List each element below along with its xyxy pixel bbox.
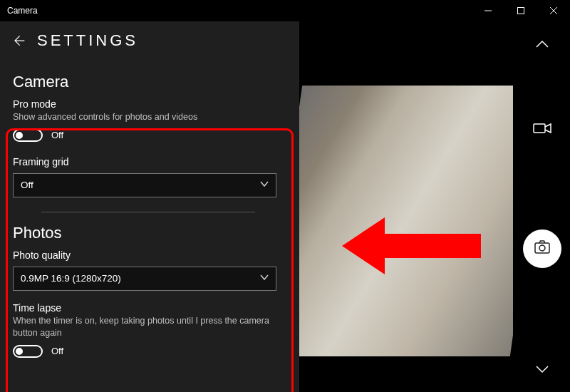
camera-preview bbox=[299, 21, 514, 392]
pro-mode-state: Off bbox=[51, 130, 63, 140]
pro-mode-toggle[interactable] bbox=[13, 129, 43, 142]
minimize-button[interactable] bbox=[472, 0, 504, 21]
pro-mode-desc: Show advanced controls for photos and vi… bbox=[13, 111, 276, 123]
pro-mode-label: Pro mode bbox=[13, 98, 286, 110]
chevron-down-icon[interactable] bbox=[532, 359, 552, 379]
section-camera-heading: Camera bbox=[13, 73, 286, 91]
svg-point-3 bbox=[539, 245, 545, 251]
photo-quality-label: Photo quality bbox=[13, 249, 286, 261]
chevron-up-icon[interactable] bbox=[532, 34, 552, 54]
app-body: SETTINGS Camera Pro mode Show advanced c… bbox=[0, 21, 570, 392]
time-lapse-desc: When the timer is on, keep taking photos… bbox=[13, 315, 276, 339]
settings-pane: SETTINGS Camera Pro mode Show advanced c… bbox=[0, 21, 299, 392]
photo-quality-dropdown[interactable]: 0.9MP 16:9 (1280x720) bbox=[13, 267, 276, 291]
framing-grid-value: Off bbox=[21, 180, 33, 190]
window-controls bbox=[472, 0, 570, 21]
shutter-button[interactable] bbox=[523, 229, 561, 268]
pro-mode-toggle-row: Off bbox=[13, 129, 286, 142]
app-title: Camera bbox=[0, 6, 38, 16]
framing-grid-label: Framing grid bbox=[13, 156, 286, 167]
settings-title: SETTINGS bbox=[37, 31, 138, 50]
time-lapse-label: Time lapse bbox=[13, 302, 286, 314]
section-photos-heading: Photos bbox=[13, 224, 286, 242]
svg-rect-0 bbox=[518, 8, 524, 14]
settings-header: SETTINGS bbox=[0, 21, 299, 57]
divider bbox=[41, 212, 255, 212]
time-lapse-state: Off bbox=[51, 346, 63, 356]
framing-grid-dropdown[interactable]: Off bbox=[13, 173, 276, 197]
svg-rect-1 bbox=[534, 124, 545, 133]
photo-quality-value: 0.9MP 16:9 (1280x720) bbox=[21, 273, 121, 284]
chevron-down-icon bbox=[260, 273, 269, 284]
titlebar: Camera bbox=[0, 0, 570, 21]
time-lapse-toggle[interactable] bbox=[13, 345, 43, 358]
time-lapse-toggle-row: Off bbox=[13, 345, 286, 358]
svg-rect-2 bbox=[535, 243, 549, 253]
app-window: Camera SETTINGS Camera Pro mode bbox=[0, 0, 570, 392]
close-button[interactable] bbox=[537, 0, 570, 21]
settings-content[interactable]: Camera Pro mode Show advanced controls f… bbox=[0, 57, 299, 366]
preview-surface bbox=[299, 86, 513, 356]
video-mode-button[interactable] bbox=[532, 118, 552, 138]
maximize-button[interactable] bbox=[504, 0, 537, 21]
camera-icon bbox=[534, 239, 551, 259]
chevron-down-icon bbox=[260, 180, 269, 190]
right-rail bbox=[514, 21, 570, 392]
back-button[interactable] bbox=[10, 32, 27, 49]
